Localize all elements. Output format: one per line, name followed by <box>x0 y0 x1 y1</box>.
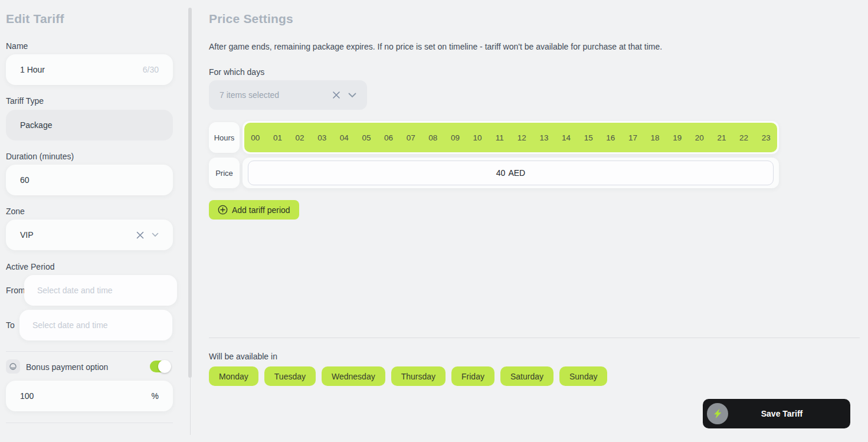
price-settings-description: After game ends, remaining package expir… <box>209 42 662 51</box>
hour-cell-06[interactable]: 06 <box>378 133 400 142</box>
price-settings-panel: Price Settings After game ends, remainin… <box>209 0 860 442</box>
days-multiselect[interactable]: 7 items selected <box>209 80 367 110</box>
days-selected-text: 7 items selected <box>220 90 279 100</box>
duration-value: 60 <box>20 175 30 185</box>
toggle-knob <box>158 360 171 373</box>
save-tariff-label: Save Tariff <box>728 409 836 418</box>
hour-cell-08[interactable]: 08 <box>422 133 444 142</box>
price-value: 40 <box>496 168 506 178</box>
name-char-counter: 6/30 <box>143 65 159 74</box>
hour-cell-03[interactable]: 03 <box>311 133 333 142</box>
hour-cell-13[interactable]: 13 <box>533 133 555 142</box>
day-chip-wednesday[interactable]: Wednesday <box>322 366 385 386</box>
zone-select[interactable]: VIP <box>6 220 173 250</box>
zone-chevron-down-icon[interactable] <box>152 233 159 237</box>
hour-cell-21[interactable]: 21 <box>710 133 733 142</box>
hour-cell-23[interactable]: 23 <box>755 133 777 142</box>
brand-bolt-icon <box>707 403 728 424</box>
sidebar-divider-top <box>6 351 173 352</box>
name-value: 1 Hour <box>20 65 45 74</box>
price-currency: AED <box>508 168 525 178</box>
coin-icon <box>6 359 20 374</box>
duration-label: Duration (minutes) <box>6 152 74 161</box>
name-label: Name <box>6 41 28 51</box>
hour-cell-22[interactable]: 22 <box>733 133 755 142</box>
name-input[interactable]: 1 Hour 6/30 <box>6 54 173 85</box>
save-tariff-button[interactable]: Save Tariff <box>703 399 850 428</box>
hour-cell-11[interactable]: 11 <box>489 133 511 142</box>
duration-input[interactable]: 60 <box>6 165 173 195</box>
add-tariff-period-button[interactable]: Add tariff period <box>209 200 299 220</box>
day-chip-monday[interactable]: Monday <box>209 366 258 386</box>
zone-label: Zone <box>6 207 25 216</box>
available-in-label: Will be available in <box>209 352 277 361</box>
hours-row-card: 0001020304050607080910111213141516171819… <box>243 121 779 154</box>
bonus-payment-toggle[interactable] <box>150 361 169 372</box>
price-row-card: 40 AED <box>243 158 779 188</box>
sidebar-divider-bottom <box>6 423 173 423</box>
main-divider <box>209 338 860 338</box>
days-clear-icon[interactable] <box>332 90 341 100</box>
from-datetime-input[interactable]: Select date and time <box>24 275 177 306</box>
bonus-percent-input[interactable]: 100 % <box>6 381 173 411</box>
tariff-type-value: Package <box>20 120 52 130</box>
day-chip-sunday[interactable]: Sunday <box>559 366 607 386</box>
from-label: From <box>6 286 25 295</box>
percent-sign: % <box>152 391 159 401</box>
hour-cell-07[interactable]: 07 <box>399 133 422 142</box>
edit-tariff-panel: Edit Tariff Name 1 Hour 6/30 Tariff Type… <box>0 0 191 442</box>
tariff-type-field: Package <box>6 110 173 140</box>
hour-cell-01[interactable]: 01 <box>267 133 289 142</box>
hour-cell-16[interactable]: 16 <box>600 133 622 142</box>
hour-cell-18[interactable]: 18 <box>644 133 666 142</box>
hour-cell-09[interactable]: 09 <box>444 133 467 142</box>
plus-circle-icon <box>218 205 228 215</box>
day-chip-tuesday[interactable]: Tuesday <box>264 366 316 386</box>
hour-cell-15[interactable]: 15 <box>577 133 600 142</box>
hour-cell-12[interactable]: 12 <box>511 133 533 142</box>
add-tariff-period-label: Add tariff period <box>232 205 290 215</box>
hour-cell-04[interactable]: 04 <box>333 133 356 142</box>
hours-strip[interactable]: 0001020304050607080910111213141516171819… <box>244 123 777 152</box>
hours-row-label: Hours <box>209 122 240 153</box>
sidebar-scrollbar-thumb[interactable] <box>188 8 192 378</box>
day-chip-saturday[interactable]: Saturday <box>500 366 553 386</box>
hour-cell-20[interactable]: 20 <box>689 133 711 142</box>
zone-clear-icon[interactable] <box>136 231 145 240</box>
price-row-label: Price <box>209 158 240 188</box>
price-input[interactable]: 40 AED <box>248 161 774 185</box>
zone-value: VIP <box>20 230 34 240</box>
hour-cell-14[interactable]: 14 <box>555 133 578 142</box>
active-period-label: Active Period <box>6 262 54 271</box>
for-which-days-label: For which days <box>209 67 264 77</box>
from-placeholder: Select date and time <box>37 286 113 295</box>
hour-cell-05[interactable]: 05 <box>355 133 378 142</box>
bonus-payment-label: Bonus payment option <box>26 362 108 372</box>
to-datetime-input[interactable]: Select date and time <box>19 310 172 340</box>
main-title: Price Settings <box>209 12 293 26</box>
to-label: To <box>6 320 15 330</box>
day-chip-friday[interactable]: Friday <box>451 366 494 386</box>
hour-cell-10[interactable]: 10 <box>466 133 489 142</box>
day-chips: MondayTuesdayWednesdayThursdayFridaySatu… <box>209 366 607 386</box>
bonus-percent-value: 100 <box>20 391 34 401</box>
day-chip-thursday[interactable]: Thursday <box>391 366 446 386</box>
hour-cell-00[interactable]: 00 <box>244 133 267 142</box>
sidebar-title: Edit Tariff <box>6 12 64 26</box>
hour-cell-19[interactable]: 19 <box>666 133 689 142</box>
to-placeholder: Select date and time <box>32 320 108 330</box>
sidebar-scrollbar-track <box>190 378 191 435</box>
hour-cell-02[interactable]: 02 <box>289 133 311 142</box>
hour-cell-17[interactable]: 17 <box>622 133 644 142</box>
days-chevron-down-icon[interactable] <box>348 93 356 98</box>
tariff-type-label: Tariff Type <box>6 96 44 106</box>
